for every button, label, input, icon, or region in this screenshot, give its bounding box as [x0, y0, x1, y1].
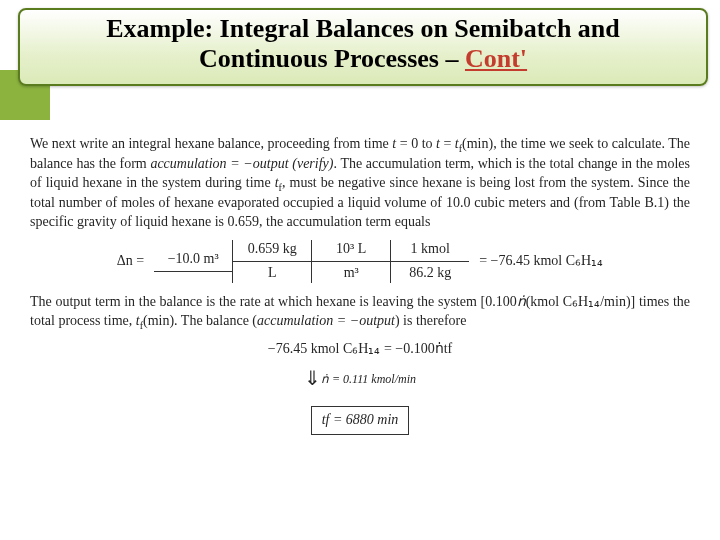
- equation-1: −76.45 kmol C₆H₁₄ = −0.100ṅtf: [30, 340, 690, 359]
- frac-3-num: 10³ L: [330, 240, 372, 261]
- p1-t1: We next write an integral hexane balance…: [30, 136, 392, 151]
- p2-t7: accumulation = −output: [257, 313, 395, 328]
- calc-result: = −76.45 kmol C₆H₁₄: [479, 252, 603, 271]
- frac-3-den: m³: [312, 261, 390, 283]
- body-content: We next write an integral hexane balance…: [30, 135, 690, 441]
- p2-t2: ṅ: [517, 294, 526, 309]
- title-line-1: Example: Integral Balances on Semibatch …: [20, 14, 706, 44]
- title-prefix: Continuous Processes –: [199, 44, 465, 73]
- title-box: Example: Integral Balances on Semibatch …: [18, 8, 708, 86]
- title-line-2: Continuous Processes – Cont': [20, 44, 706, 74]
- arrow-row: ⇓ ṅ = 0.111 kmol/min: [30, 365, 690, 392]
- p1-t10: (verify): [292, 156, 333, 171]
- calculation-row: Δn = −10.0 m³ 0.659 kg L 10³ L m³: [30, 240, 690, 283]
- fraction-chain: −10.0 m³ 0.659 kg L 10³ L m³ 1 kmol 86.2…: [154, 240, 469, 283]
- frac-3: 10³ L m³: [312, 240, 390, 283]
- frac-1: −10.0 m³: [154, 240, 232, 283]
- result-box: tf = 6880 min: [311, 406, 410, 435]
- p1-t5: =: [440, 136, 455, 151]
- frac-4-num: 1 kmol: [405, 240, 456, 261]
- p1-t3: = 0 to: [396, 136, 436, 151]
- ndot-note: ṅ = 0.111 kmol/min: [321, 371, 416, 387]
- paragraph-2: The output term in the balance is the ra…: [30, 293, 690, 332]
- paragraph-1: We next write an integral hexane balance…: [30, 135, 690, 232]
- frac-2-den: L: [233, 261, 311, 283]
- p2-t6: (min). The balance (: [143, 313, 257, 328]
- p2-t1: The output term in the balance is the ra…: [30, 294, 517, 309]
- p2-t8: ) is therefore: [395, 313, 467, 328]
- delta-n-label: Δn =: [117, 252, 144, 271]
- title-cont: Cont': [465, 44, 527, 73]
- frac-4-den: 86.2 kg: [391, 261, 469, 283]
- down-arrow-icon: ⇓: [304, 365, 315, 392]
- p1-t9: accumulation = −output: [150, 156, 288, 171]
- frac-4: 1 kmol 86.2 kg: [391, 240, 469, 283]
- frac-1-num: −10.0 m³: [162, 250, 225, 271]
- frac-2-num: 0.659 kg: [242, 240, 303, 261]
- frac-1-den: [154, 271, 232, 274]
- result-row: tf = 6880 min: [30, 398, 690, 435]
- slide: Example: Integral Balances on Semibatch …: [0, 0, 720, 540]
- frac-2: 0.659 kg L: [233, 240, 311, 283]
